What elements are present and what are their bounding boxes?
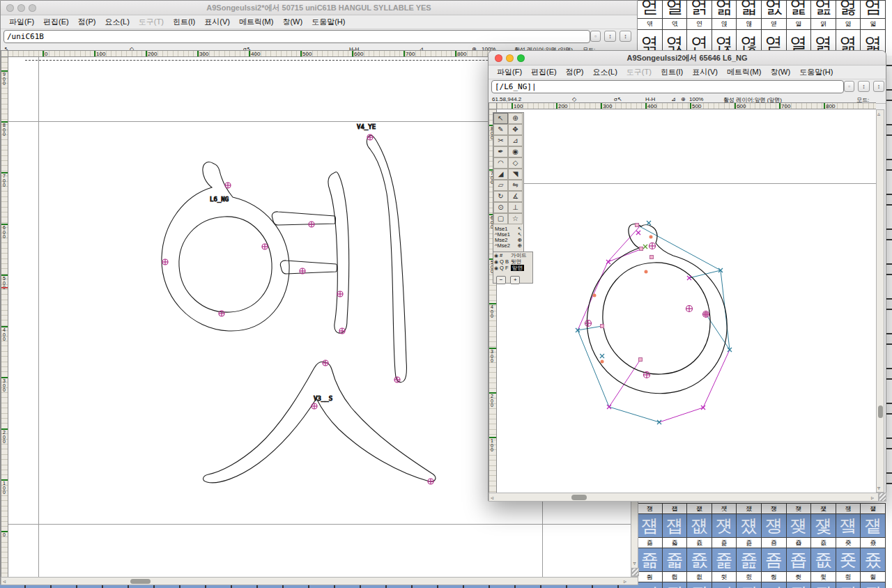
glyph-slot-label[interactable]: 엷 (860, 18, 886, 30)
curve-point-square-icon[interactable] (640, 247, 643, 251)
glyph-slot-label[interactable]: 쟷 (712, 503, 737, 514)
glyph-slot-label[interactable]: 엳 (761, 18, 787, 30)
glyph-slot-label[interactable]: 쥣 (712, 571, 737, 582)
glyph-window-L6-NG[interactable]: A9Songeulssi2에서 65646 L6_NG 파일(F)편집(E)점(… (488, 50, 886, 502)
menu-점(P)[interactable]: 점(P) (78, 17, 96, 27)
next-glyph-button[interactable]: ↕ (620, 31, 631, 42)
glyph-slot-label[interactable]: 죴 (860, 537, 886, 548)
glyph-slot-label[interactable]: 죬 (686, 537, 712, 548)
perspective-tool-icon[interactable]: ⊥ (508, 202, 523, 213)
menu-메트릭(M)[interactable]: 메트릭(M) (727, 67, 762, 77)
glyph-slot[interactable]: 죫 (662, 548, 688, 572)
glyph-slot-label[interactable]: 죫 (662, 537, 688, 548)
char-name-field[interactable]: [/L6_NG]| (491, 80, 844, 93)
glyph-slot-label[interactable]: 죮 (736, 537, 762, 548)
scroll-left-icon[interactable]: ◃ (491, 495, 493, 501)
glyph-slot[interactable]: 쥣 (712, 582, 737, 588)
glyph-slot[interactable]: 죰 (761, 548, 787, 572)
menu-힌트(I)[interactable]: 힌트(I) (173, 17, 195, 27)
menu-편집(E)[interactable]: 편집(E) (43, 17, 69, 27)
scale-tool-icon[interactable]: ▱ (493, 180, 508, 191)
horizontal-scrollbar[interactable]: ◃ ▹ (1, 577, 638, 585)
glyph-slot[interactable]: 죴 (860, 548, 886, 572)
glyph-slot-label[interactable]: 죳 (836, 537, 861, 548)
glyph-slot-label[interactable]: 쥩 (860, 571, 886, 582)
visibility-eye-icon[interactable]: ◉ (494, 252, 498, 258)
glyph-slot-label[interactable]: 엮 (638, 18, 663, 30)
flip-tool-icon[interactable]: ⇋ (508, 180, 523, 191)
curve-point-square-icon[interactable] (639, 358, 643, 362)
glyph-slot-label[interactable]: 쥥 (761, 571, 787, 582)
hand-tool-icon[interactable]: ✥ (508, 124, 523, 135)
add-layer-button[interactable]: + (510, 276, 520, 284)
scroll-right-icon[interactable]: ▹ (871, 495, 874, 501)
interpolated-point-icon[interactable] (649, 235, 653, 239)
corner-point-tool-icon[interactable]: ◢ (493, 169, 508, 180)
glyph-slot-label[interactable]: 쟵 (662, 503, 688, 514)
menu-도구(T)[interactable]: 도구(T) (139, 17, 164, 27)
layer-row-뒷면[interactable]: ◉Q B뒷면 (493, 258, 532, 265)
glyph-slot[interactable]: 쟶 (686, 513, 712, 538)
glyph-slot[interactable]: 죱 (786, 548, 812, 572)
prev-glyph-button[interactable]: ↕ (604, 31, 616, 42)
skew-tool-icon[interactable]: ∡ (508, 191, 523, 202)
glyph-slot[interactable]: 쥤 (736, 582, 762, 588)
resize-grip[interactable] (879, 493, 886, 502)
glyph-slot-label[interactable]: 쟴 (638, 503, 663, 514)
glyph-slot-label[interactable]: 죭 (712, 537, 737, 548)
glyph-slot-label[interactable]: 엶 (836, 18, 861, 30)
knife-tool-icon[interactable]: ✂ (493, 135, 508, 146)
resize-grip[interactable] (631, 568, 639, 576)
glyph-slot[interactable]: 엀 (761, 0, 787, 19)
glyph-slot-label[interactable]: 열 (786, 18, 812, 30)
glyph-slot-label[interactable]: 쥦 (786, 571, 812, 582)
magnify-tool-icon[interactable]: ⊕ (508, 113, 523, 124)
glyph-slot-label[interactable]: 죰 (761, 537, 787, 548)
horizontal-scrollbar[interactable]: ◃ ▹ (489, 493, 879, 502)
rotate-tool-icon[interactable]: ↻ (493, 191, 508, 202)
glyph-slot[interactable]: 쥨 (836, 582, 861, 588)
glyph-slot[interactable]: 쥧 (810, 582, 836, 588)
glyph-slot[interactable]: 얾 (712, 0, 737, 19)
glyph-slot[interactable]: 얻 (638, 0, 663, 19)
glyph-slot[interactable]: 얼 (662, 0, 688, 19)
menu-창(W)[interactable]: 창(W) (770, 67, 790, 77)
curve-point-square-icon[interactable] (601, 325, 604, 328)
scroll-right-icon[interactable]: ▹ (624, 578, 626, 585)
menu-도움말(H)[interactable]: 도움말(H) (799, 67, 833, 77)
menu-요소(L)[interactable]: 요소(L) (592, 67, 617, 77)
glyph-slot[interactable]: 얿 (736, 0, 762, 19)
curve-point-tool-icon[interactable]: ◠ (493, 157, 508, 169)
glyph-slot-label[interactable]: 쥡 (662, 571, 688, 582)
glyph-slot[interactable]: 쟴 (638, 513, 663, 538)
hvcurve-point-tool-icon[interactable]: ◇ (508, 157, 523, 169)
glyph-slot[interactable]: 쟺 (786, 513, 812, 538)
char-name-field[interactable]: /uniC61B (3, 30, 590, 43)
menu-편집(E)[interactable]: 편집(E) (531, 67, 557, 77)
glyph-slot-label[interactable]: 쥨 (836, 571, 861, 582)
menu-표시(V)[interactable]: 표시(V) (204, 17, 230, 27)
menu-도구(T)[interactable]: 도구(T) (626, 67, 652, 77)
hscroll-thumb[interactable] (130, 579, 151, 584)
glyph-slot-label[interactable]: 죪 (638, 537, 663, 548)
glyph-slot[interactable]: 쥦 (786, 582, 812, 588)
glyph-slot[interactable]: 죪 (638, 548, 663, 572)
spiro-tool-icon[interactable]: ◉ (508, 146, 523, 157)
glyph-slot[interactable]: 엄 (860, 0, 886, 19)
scroll-left-icon[interactable]: ◃ (3, 578, 6, 585)
glyph-slot[interactable]: 쟽 (860, 513, 886, 538)
glyph-slot-label[interactable]: 쟻 (810, 503, 836, 514)
glyph-slot[interactable]: 죬 (686, 548, 712, 572)
pointer-tool-icon[interactable]: ↖ (493, 113, 508, 124)
glyph-slot[interactable]: 쟵 (662, 513, 688, 538)
rotate3d-tool-icon[interactable]: ⊙ (493, 202, 508, 213)
glyph-slot-label[interactable]: 엲 (736, 18, 762, 30)
glyph-slot-label[interactable]: 연 (686, 18, 712, 30)
menu-파일(F)[interactable]: 파일(F) (9, 17, 34, 27)
glyph-slot[interactable]: 죮 (736, 548, 762, 572)
glyph-canvas[interactable] (497, 109, 876, 493)
layer-row-가이드[interactable]: ◉#가이드 (493, 252, 532, 258)
glyph-slot-label[interactable]: 쟶 (686, 503, 712, 514)
next-glyph-button[interactable]: ↕ (873, 81, 884, 92)
visibility-eye-icon[interactable]: ◉ (494, 258, 498, 265)
